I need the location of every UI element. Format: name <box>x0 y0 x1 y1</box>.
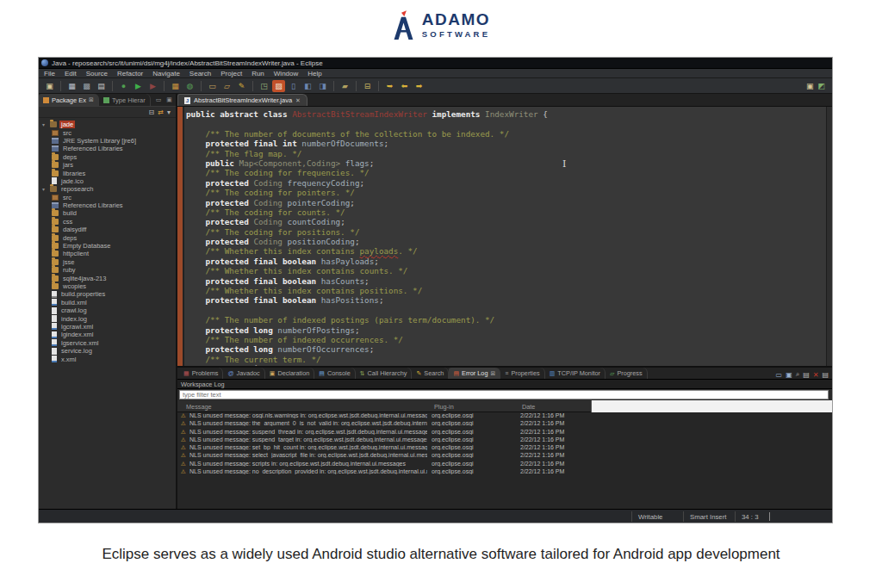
tab-javadoc[interactable]: @Javadoc <box>223 368 264 379</box>
save-button[interactable]: ▦ <box>65 80 78 92</box>
log-row[interactable]: ⚠NLS unused message: the_argument_0_is_n… <box>177 420 832 428</box>
menu-project[interactable]: Project <box>220 70 242 77</box>
pin-editor-button[interactable]: ⊟ <box>361 80 374 92</box>
title-bar[interactable]: Java - reposearch/src/it/unimi/dsi/mg4j/… <box>39 58 832 69</box>
code-line[interactable]: /** The number of indexed postings (pair… <box>186 315 823 325</box>
overview-ruler[interactable] <box>826 107 832 402</box>
last-edit-button[interactable]: ➥ <box>383 80 396 92</box>
tab-error-log[interactable]: ▤Error Log⊠ <box>449 368 500 379</box>
expand-arrow-icon[interactable]: ▾ <box>42 186 47 192</box>
tab-call-hierarchy[interactable]: ⇅Call Hierarchy <box>356 368 413 379</box>
code-line[interactable]: /** Whether this index contains counts. … <box>186 266 823 275</box>
tree-item[interactable]: lgindex.xml <box>39 331 176 338</box>
log-row[interactable]: ⚠NLS unused message: select_javascript_f… <box>177 452 832 460</box>
code-line[interactable]: /** The number of documents of the colle… <box>186 129 823 139</box>
column-date[interactable]: Date <box>522 403 535 411</box>
tree-item[interactable]: ruby <box>39 266 176 274</box>
save-all-button[interactable]: ▩ <box>80 80 93 92</box>
close-icon[interactable]: ⊠ <box>89 96 94 103</box>
new-class-button[interactable]: ◍ <box>183 80 196 92</box>
tree-item[interactable]: build.properties <box>39 290 176 298</box>
tree-item[interactable]: deps <box>39 153 176 161</box>
menu-run[interactable]: Run <box>252 70 264 77</box>
tree-item[interactable]: src <box>39 128 176 136</box>
menu-window[interactable]: Window <box>274 70 298 77</box>
tree-item[interactable]: daisydiff <box>39 226 176 233</box>
tree-item[interactable]: crawl.log <box>39 306 176 314</box>
run-button[interactable]: ▶ <box>132 80 145 92</box>
code-line[interactable]: protected final boolean hasPayloads; <box>186 257 823 266</box>
tab-progress[interactable]: ▱Progress <box>606 368 648 379</box>
tree-item[interactable]: sqlite4java-213 <box>39 274 176 282</box>
tree-item[interactable]: jars <box>39 161 176 169</box>
annotation-ruler[interactable] <box>177 107 184 402</box>
code-line[interactable]: /** The coding for frequencies. */ <box>186 168 823 177</box>
tree-item[interactable]: ▾jade <box>39 121 176 128</box>
tree-item[interactable]: build <box>39 209 176 217</box>
code-line[interactable]: protected Coding frequencyCoding; <box>186 178 823 188</box>
log-row[interactable]: ⚠NLS unused message: suspend_target in: … <box>177 436 832 444</box>
tree-item[interactable]: Referenced Libraries <box>39 145 176 152</box>
tab-console[interactable]: ▤Console <box>314 368 355 379</box>
maximize-panel-icon[interactable]: ▣ <box>786 371 792 379</box>
log-row[interactable]: ⚠NLS unused message: osgi.nls.warnings i… <box>177 412 832 420</box>
code-line[interactable]: /** Whether this index contains position… <box>186 286 823 295</box>
new-wizard-button[interactable]: ▣ <box>43 80 56 92</box>
tab-search[interactable]: ✎Search <box>412 368 449 379</box>
tab-type-hierarchy[interactable]: Type Hierar <box>99 94 151 106</box>
tab-declaration[interactable]: ▣Declaration <box>265 368 315 379</box>
tree-item[interactable]: Referenced Libraries <box>39 201 176 209</box>
print-button[interactable]: ▤ <box>95 80 108 92</box>
coverage-button[interactable]: ▶ <box>146 80 159 92</box>
editor-tab[interactable]: J AbstractBitStreamIndexWriter.java ✕ <box>177 94 307 106</box>
code-line[interactable] <box>186 119 823 128</box>
java-perspective-button[interactable]: ◩ <box>817 82 825 90</box>
code-line[interactable]: protected final int numberOfDocuments; <box>186 139 823 148</box>
code-line[interactable]: /** The coding for counts. */ <box>186 207 823 217</box>
close-icon[interactable]: ✕ <box>295 97 301 104</box>
tree-item[interactable]: libraries <box>39 169 176 176</box>
close-icon[interactable]: ⊠ <box>490 370 495 377</box>
menu-edit[interactable]: Edit <box>65 70 77 77</box>
code-line[interactable]: public abstract class AbstractBitStreamI… <box>186 109 823 119</box>
code-editor[interactable]: public abstract class AbstractBitStreamI… <box>186 109 823 402</box>
menu-file[interactable]: File <box>44 70 55 77</box>
open-log-icon[interactable]: ▤ <box>822 371 829 379</box>
code-line[interactable]: /** The number of indexed occurrences. *… <box>186 335 823 344</box>
code-line[interactable] <box>186 306 823 315</box>
menu-source[interactable]: Source <box>86 70 108 77</box>
code-line[interactable]: protected long numberOfPostings; <box>186 325 823 335</box>
log-row[interactable]: ⚠NLS unused message: no_description_prov… <box>177 468 832 476</box>
annotation-prev-button[interactable]: ◧ <box>301 80 314 92</box>
tree-item[interactable]: jsse <box>39 258 176 266</box>
view-menu-icon[interactable]: ▾ <box>167 108 171 116</box>
open-type-button[interactable]: ▭ <box>206 80 219 92</box>
tree-item[interactable]: index.log <box>39 314 176 322</box>
search-flashlight-button[interactable]: ✎ <box>235 80 248 92</box>
tree-item[interactable]: css <box>39 218 176 226</box>
tree-item[interactable]: build.xml <box>39 299 176 306</box>
tab-properties[interactable]: ≡Properties <box>500 368 544 379</box>
column-plugin[interactable]: Plug-in <box>434 403 454 411</box>
tree-item[interactable]: lgservice.xml <box>39 339 176 347</box>
tab-tcpip-monitor[interactable]: ▥TCP/IP Monitor <box>545 368 606 379</box>
debug-button[interactable]: ● <box>117 80 130 92</box>
code-line[interactable]: /** The coding for pointers. */ <box>186 188 823 197</box>
code-line[interactable]: protected Coding pointerCoding; <box>186 198 823 207</box>
menu-help[interactable]: Help <box>307 70 321 77</box>
mark-occurrences-button[interactable]: ▯ <box>287 80 300 92</box>
back-button[interactable]: ⬅ <box>398 80 411 92</box>
clear-log-icon[interactable]: ✕ <box>813 371 819 379</box>
menu-search[interactable]: Search <box>189 70 211 77</box>
code-line[interactable]: protected final boolean hasPositions; <box>186 295 823 305</box>
code-line[interactable]: public Map<Component,Coding> flags; <box>186 158 823 168</box>
code-line[interactable]: /** The coding for positions. */ <box>186 227 823 237</box>
tree-item[interactable]: src <box>39 194 176 201</box>
code-line[interactable]: /** The flag map. */ <box>186 149 823 158</box>
code-line[interactable]: protected Coding countCoding; <box>186 217 823 226</box>
tree-item[interactable]: httpclient <box>39 250 176 257</box>
tree-item[interactable]: ▾reposearch <box>39 185 176 193</box>
collapse-all-icon[interactable]: ⊟ <box>149 108 155 116</box>
menu-navigate[interactable]: Navigate <box>152 70 180 77</box>
menu-refactor[interactable]: Refactor <box>117 70 143 77</box>
